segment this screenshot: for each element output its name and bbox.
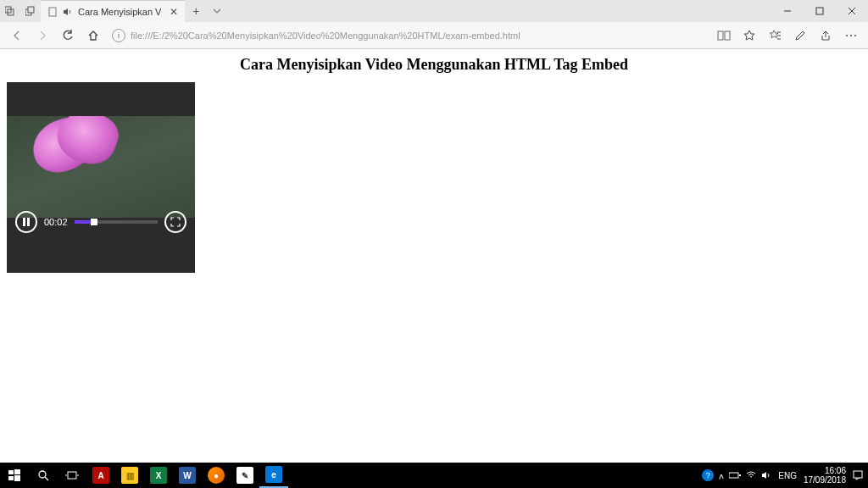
window-controls xyxy=(771,0,868,22)
help-icon[interactable]: ? xyxy=(702,469,714,481)
show-tabs-icon[interactable] xyxy=(20,6,41,16)
wifi-icon[interactable] xyxy=(746,471,756,480)
minimize-button[interactable] xyxy=(771,0,804,22)
taskbar-app-word[interactable]: W xyxy=(173,463,202,488)
svg-rect-22 xyxy=(68,472,76,479)
svg-rect-5 xyxy=(816,8,823,14)
refresh-button[interactable] xyxy=(56,24,80,47)
clock-time: 16:06 xyxy=(804,466,846,475)
svg-point-13 xyxy=(846,35,848,36)
svg-rect-18 xyxy=(8,476,14,480)
svg-line-21 xyxy=(45,477,48,480)
svg-rect-19 xyxy=(14,475,20,481)
sound-icon[interactable] xyxy=(63,8,73,16)
reading-view-icon[interactable] xyxy=(712,24,736,47)
site-info-icon[interactable]: i xyxy=(112,29,125,42)
svg-rect-27 xyxy=(854,471,862,478)
taskbar-app-explorer[interactable]: ▥ xyxy=(115,463,144,488)
close-tab-icon[interactable]: ✕ xyxy=(170,6,178,18)
address-bar[interactable]: i file:///E:/2%20Cara%20Menyisipkan%20Vi… xyxy=(112,29,536,42)
home-button[interactable] xyxy=(81,24,105,47)
clock[interactable]: 16:06 17/09/2018 xyxy=(804,466,846,485)
progress-bar[interactable] xyxy=(75,220,158,224)
language-indicator[interactable]: ENG xyxy=(778,471,797,480)
svg-rect-2 xyxy=(28,7,34,13)
browser-tab[interactable]: Cara Menyisipkan V ✕ xyxy=(41,0,185,22)
set-aside-tabs-icon[interactable] xyxy=(0,6,20,16)
taskbar-app-acrobat[interactable]: A xyxy=(86,463,115,488)
svg-point-14 xyxy=(850,35,852,36)
video-player[interactable]: 00:02 xyxy=(7,82,195,273)
notes-icon[interactable] xyxy=(788,24,812,47)
taskbar-app-paint[interactable]: ✎ xyxy=(231,463,259,488)
forward-button[interactable] xyxy=(31,24,54,47)
tray-chevron-icon[interactable]: ʌ xyxy=(719,471,724,480)
svg-point-20 xyxy=(39,471,46,478)
taskbar-app-excel[interactable]: X xyxy=(144,463,173,488)
page-heading: Cara Menyisipkan Video Menggunakan HTML … xyxy=(7,56,861,74)
share-icon[interactable] xyxy=(814,24,837,47)
favorites-list-icon[interactable] xyxy=(763,24,787,47)
svg-rect-25 xyxy=(729,473,738,478)
favorite-star-icon[interactable] xyxy=(737,24,761,47)
video-controls: 00:02 xyxy=(7,205,195,239)
taskbar-app-edge[interactable]: e xyxy=(259,463,288,488)
svg-point-15 xyxy=(854,35,856,36)
fullscreen-button[interactable] xyxy=(164,211,186,233)
svg-rect-9 xyxy=(725,31,730,40)
start-button[interactable] xyxy=(0,463,29,488)
svg-rect-17 xyxy=(14,469,20,474)
maximize-button[interactable] xyxy=(804,0,836,22)
page-content: Cara Menyisipkan Video Menggunakan HTML … xyxy=(0,49,868,463)
video-frame xyxy=(7,116,195,218)
notifications-icon[interactable] xyxy=(853,470,863,480)
volume-icon[interactable] xyxy=(761,471,771,480)
back-button[interactable] xyxy=(5,24,29,47)
toolbar-right xyxy=(712,24,863,47)
more-icon[interactable] xyxy=(839,24,863,47)
window-titlebar: Cara Menyisipkan V ✕ + xyxy=(0,0,868,22)
pause-button[interactable] xyxy=(15,211,37,233)
svg-rect-3 xyxy=(49,8,56,16)
clock-date: 17/09/2018 xyxy=(804,475,846,485)
progress-handle[interactable] xyxy=(91,219,97,225)
task-view-button[interactable] xyxy=(58,463,86,488)
system-tray: ? ʌ ENG 16:06 17/09/2018 xyxy=(702,466,868,485)
svg-rect-26 xyxy=(739,474,741,476)
taskbar: A ▥ X W ● ✎ e ? ʌ ENG 16:06 17/09/2018 xyxy=(0,463,868,488)
battery-icon[interactable] xyxy=(729,472,741,479)
tab-chevron-icon[interactable] xyxy=(207,8,227,14)
taskbar-app-firefox[interactable]: ● xyxy=(202,463,231,488)
titlebar-left: Cara Menyisipkan V ✕ + xyxy=(0,0,227,22)
new-tab-button[interactable]: + xyxy=(185,4,207,18)
search-button[interactable] xyxy=(29,463,58,488)
browser-toolbar: i file:///E:/2%20Cara%20Menyisipkan%20Vi… xyxy=(0,22,868,49)
close-button[interactable] xyxy=(836,0,868,22)
tray-icons: ? ʌ xyxy=(702,469,771,481)
progress-fill xyxy=(75,220,92,224)
svg-rect-8 xyxy=(718,31,723,40)
svg-rect-16 xyxy=(8,470,14,474)
tab-title-text: Cara Menyisipkan V xyxy=(78,7,161,17)
url-text: file:///E:/2%20Cara%20Menyisipkan%20Vide… xyxy=(131,30,520,41)
video-time: 00:02 xyxy=(44,217,68,227)
page-icon xyxy=(47,7,58,17)
